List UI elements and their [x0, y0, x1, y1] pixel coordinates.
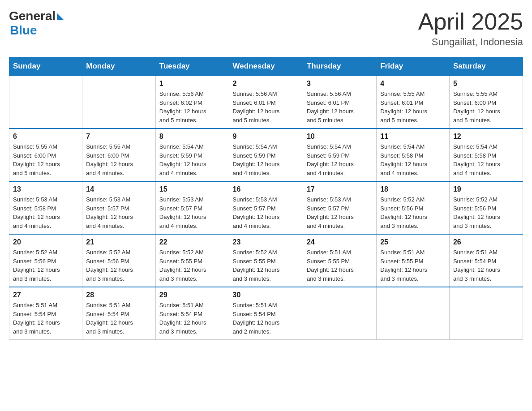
day-number: 22	[159, 238, 225, 246]
calendar-cell: 23Sunrise: 5:52 AMSunset: 5:55 PMDayligh…	[229, 234, 303, 287]
day-number: 13	[13, 185, 78, 193]
calendar-cell: 5Sunrise: 5:55 AMSunset: 6:00 PMDaylight…	[449, 76, 523, 128]
day-info: Sunrise: 5:52 AMSunset: 5:55 PMDaylight:…	[159, 248, 225, 283]
calendar-cell	[82, 76, 156, 128]
calendar-cell: 6Sunrise: 5:55 AMSunset: 6:00 PMDaylight…	[9, 128, 82, 181]
day-number: 23	[233, 238, 299, 246]
day-number: 14	[86, 185, 152, 193]
calendar-cell: 28Sunrise: 5:51 AMSunset: 5:54 PMDayligh…	[82, 287, 156, 340]
calendar-cell: 17Sunrise: 5:53 AMSunset: 5:57 PMDayligh…	[303, 181, 376, 234]
day-number: 27	[13, 291, 78, 299]
day-number: 2	[233, 80, 299, 88]
calendar-cell: 3Sunrise: 5:56 AMSunset: 6:01 PMDaylight…	[303, 76, 376, 128]
calendar-cell: 22Sunrise: 5:52 AMSunset: 5:55 PMDayligh…	[155, 234, 229, 287]
day-number: 25	[380, 238, 446, 246]
day-number: 20	[13, 238, 78, 246]
calendar-cell	[9, 76, 82, 128]
calendar-week-3: 13Sunrise: 5:53 AMSunset: 5:58 PMDayligh…	[9, 181, 523, 234]
day-number: 8	[159, 133, 225, 141]
calendar-cell: 2Sunrise: 5:56 AMSunset: 6:01 PMDaylight…	[229, 76, 303, 128]
page-header: General Blue April 2025 Sungailiat, Indo…	[9, 9, 523, 48]
day-info: Sunrise: 5:52 AMSunset: 5:56 PMDaylight:…	[380, 195, 446, 230]
day-number: 6	[13, 133, 78, 141]
calendar-cell: 7Sunrise: 5:55 AMSunset: 6:00 PMDaylight…	[82, 128, 156, 181]
day-number: 29	[159, 291, 225, 299]
day-info: Sunrise: 5:51 AMSunset: 5:55 PMDaylight:…	[307, 248, 373, 283]
day-info: Sunrise: 5:52 AMSunset: 5:56 PMDaylight:…	[86, 248, 152, 283]
header-saturday: Saturday	[449, 57, 523, 76]
day-info: Sunrise: 5:52 AMSunset: 5:55 PMDaylight:…	[233, 248, 299, 283]
day-info: Sunrise: 5:51 AMSunset: 5:54 PMDaylight:…	[13, 301, 78, 336]
day-number: 30	[233, 291, 299, 299]
day-number: 4	[380, 80, 446, 88]
day-info: Sunrise: 5:56 AMSunset: 6:01 PMDaylight:…	[307, 90, 373, 124]
calendar-cell: 15Sunrise: 5:53 AMSunset: 5:57 PMDayligh…	[155, 181, 229, 234]
day-info: Sunrise: 5:52 AMSunset: 5:56 PMDaylight:…	[453, 195, 519, 230]
day-number: 15	[159, 185, 225, 193]
day-number: 28	[86, 291, 152, 299]
calendar-cell: 19Sunrise: 5:52 AMSunset: 5:56 PMDayligh…	[449, 181, 523, 234]
day-number: 21	[86, 238, 152, 246]
calendar-title: April 2025	[418, 9, 523, 34]
logo-general-text: General	[9, 9, 56, 23]
calendar-cell: 9Sunrise: 5:54 AMSunset: 5:59 PMDaylight…	[229, 128, 303, 181]
day-number: 19	[453, 185, 519, 193]
calendar-cell: 24Sunrise: 5:51 AMSunset: 5:55 PMDayligh…	[303, 234, 376, 287]
day-number: 7	[86, 133, 152, 141]
day-info: Sunrise: 5:56 AMSunset: 6:02 PMDaylight:…	[159, 90, 225, 124]
calendar-header-row: SundayMondayTuesdayWednesdayThursdayFrid…	[9, 57, 523, 76]
calendar-cell: 16Sunrise: 5:53 AMSunset: 5:57 PMDayligh…	[229, 181, 303, 234]
day-info: Sunrise: 5:53 AMSunset: 5:57 PMDaylight:…	[233, 195, 299, 230]
calendar-cell: 18Sunrise: 5:52 AMSunset: 5:56 PMDayligh…	[377, 181, 450, 234]
calendar-cell: 4Sunrise: 5:55 AMSunset: 6:01 PMDaylight…	[377, 76, 450, 128]
calendar-cell	[303, 287, 376, 340]
header-monday: Monday	[82, 57, 156, 76]
day-info: Sunrise: 5:54 AMSunset: 5:59 PMDaylight:…	[159, 142, 225, 177]
calendar-week-5: 27Sunrise: 5:51 AMSunset: 5:54 PMDayligh…	[9, 287, 523, 340]
day-number: 3	[307, 80, 373, 88]
header-tuesday: Tuesday	[155, 57, 229, 76]
day-info: Sunrise: 5:54 AMSunset: 5:58 PMDaylight:…	[453, 142, 519, 177]
logo: General Blue	[9, 9, 64, 38]
day-info: Sunrise: 5:51 AMSunset: 5:54 PMDaylight:…	[159, 301, 225, 336]
calendar-cell	[449, 287, 523, 340]
day-number: 5	[453, 80, 519, 88]
logo-blue-text: Blue	[10, 23, 37, 38]
day-number: 11	[380, 133, 446, 141]
calendar-cell: 27Sunrise: 5:51 AMSunset: 5:54 PMDayligh…	[9, 287, 82, 340]
calendar-cell: 8Sunrise: 5:54 AMSunset: 5:59 PMDaylight…	[155, 128, 229, 181]
title-section: April 2025 Sungailiat, Indonesia	[418, 9, 523, 48]
day-info: Sunrise: 5:54 AMSunset: 5:59 PMDaylight:…	[307, 142, 373, 177]
day-info: Sunrise: 5:51 AMSunset: 5:54 PMDaylight:…	[453, 248, 519, 283]
header-wednesday: Wednesday	[229, 57, 303, 76]
calendar-cell: 30Sunrise: 5:51 AMSunset: 5:54 PMDayligh…	[229, 287, 303, 340]
calendar-cell: 14Sunrise: 5:53 AMSunset: 5:57 PMDayligh…	[82, 181, 156, 234]
calendar-cell: 10Sunrise: 5:54 AMSunset: 5:59 PMDayligh…	[303, 128, 376, 181]
day-info: Sunrise: 5:53 AMSunset: 5:57 PMDaylight:…	[86, 195, 152, 230]
day-number: 24	[307, 238, 373, 246]
calendar-cell	[377, 287, 450, 340]
calendar-cell: 1Sunrise: 5:56 AMSunset: 6:02 PMDaylight…	[155, 76, 229, 128]
day-info: Sunrise: 5:53 AMSunset: 5:57 PMDaylight:…	[159, 195, 225, 230]
day-info: Sunrise: 5:56 AMSunset: 6:01 PMDaylight:…	[233, 90, 299, 124]
day-number: 1	[159, 80, 225, 88]
day-info: Sunrise: 5:53 AMSunset: 5:57 PMDaylight:…	[307, 195, 373, 230]
calendar-subtitle: Sungailiat, Indonesia	[418, 36, 523, 48]
header-sunday: Sunday	[9, 57, 82, 76]
day-number: 16	[233, 185, 299, 193]
day-info: Sunrise: 5:52 AMSunset: 5:56 PMDaylight:…	[13, 248, 78, 283]
day-info: Sunrise: 5:53 AMSunset: 5:58 PMDaylight:…	[13, 195, 78, 230]
day-number: 18	[380, 185, 446, 193]
day-info: Sunrise: 5:54 AMSunset: 5:58 PMDaylight:…	[380, 142, 446, 177]
day-number: 12	[453, 133, 519, 141]
day-info: Sunrise: 5:54 AMSunset: 5:59 PMDaylight:…	[233, 142, 299, 177]
day-info: Sunrise: 5:55 AMSunset: 6:00 PMDaylight:…	[453, 90, 519, 124]
day-info: Sunrise: 5:51 AMSunset: 5:54 PMDaylight:…	[86, 301, 152, 336]
calendar-week-1: 1Sunrise: 5:56 AMSunset: 6:02 PMDaylight…	[9, 76, 523, 128]
calendar-cell: 12Sunrise: 5:54 AMSunset: 5:58 PMDayligh…	[449, 128, 523, 181]
calendar-cell: 25Sunrise: 5:51 AMSunset: 5:55 PMDayligh…	[377, 234, 450, 287]
day-number: 10	[307, 133, 373, 141]
calendar-cell: 11Sunrise: 5:54 AMSunset: 5:58 PMDayligh…	[377, 128, 450, 181]
day-number: 9	[233, 133, 299, 141]
day-info: Sunrise: 5:55 AMSunset: 6:00 PMDaylight:…	[13, 142, 78, 177]
